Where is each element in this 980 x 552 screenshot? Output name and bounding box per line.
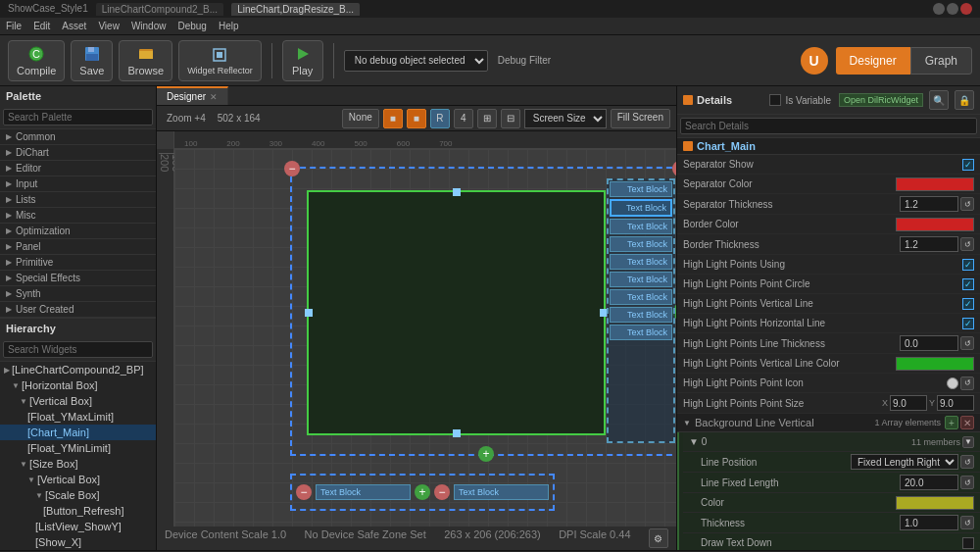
- palette-category-input[interactable]: Input: [0, 176, 156, 192]
- array-del-vertical[interactable]: ✕: [960, 416, 974, 429]
- canvas-viewport[interactable]: − − + +: [174, 149, 676, 550]
- play-button[interactable]: Play: [282, 40, 323, 81]
- props-lock-icon[interactable]: 🔒: [955, 90, 974, 110]
- hier-item-listview[interactable]: [ListView_ShowY]: [0, 519, 156, 534]
- hl-using-checkbox[interactable]: [962, 259, 974, 271]
- dpi-settings-icon[interactable]: ⚙: [649, 528, 668, 548]
- hier-item-btn-refresh[interactable]: [Button_Refresh]: [0, 503, 156, 519]
- hl-line-thickness-input[interactable]: [900, 335, 958, 351]
- icon-btn-snap[interactable]: ⊞: [477, 109, 497, 128]
- palette-category-dichart[interactable]: DiChart: [0, 145, 156, 161]
- hl-horiz-line-checkbox[interactable]: [962, 318, 974, 329]
- hl-line-thickness-reset[interactable]: ↺: [960, 336, 974, 350]
- minimize-btn[interactable]: [933, 3, 945, 15]
- anchor-left[interactable]: [305, 309, 313, 317]
- menu-view[interactable]: View: [98, 21, 120, 31]
- palette-search-input[interactable]: [3, 109, 153, 125]
- vert-color-swatch[interactable]: [896, 496, 974, 510]
- vert-thickness-reset[interactable]: ↺: [960, 516, 974, 529]
- menu-debug[interactable]: Debug: [177, 21, 206, 31]
- hier-item-float-ymax[interactable]: [Float_YMaxLimit]: [0, 409, 156, 425]
- bottom-minus-2[interactable]: −: [434, 484, 450, 500]
- compile-button[interactable]: C Compile: [8, 40, 65, 81]
- menu-file[interactable]: File: [6, 21, 22, 31]
- line-fixed-length-reset[interactable]: ↺: [960, 476, 974, 489]
- icon-btn-4[interactable]: 4: [454, 109, 473, 128]
- palette-category-editor[interactable]: Editor: [0, 161, 156, 176]
- hl-vert-line-color-swatch[interactable]: [896, 357, 974, 371]
- hier-item-float-ymin[interactable]: [Float_YMinLimit]: [0, 440, 156, 456]
- border-color-swatch[interactable]: [896, 218, 974, 231]
- none-btn[interactable]: None: [342, 109, 379, 128]
- window-tab-1[interactable]: ShowCase_Style1: [8, 3, 88, 16]
- hl-vert-line-checkbox[interactable]: [962, 298, 974, 310]
- separator-color-swatch[interactable]: [896, 177, 974, 191]
- color-btn-orange2[interactable]: ■: [407, 109, 426, 128]
- hier-item-hbox[interactable]: ▼[Horizontal Box]: [0, 377, 156, 393]
- edge-plus-b[interactable]: +: [478, 446, 494, 462]
- corner-minus-tl[interactable]: −: [284, 161, 300, 176]
- menu-edit[interactable]: Edit: [33, 21, 50, 31]
- hier-item-vbox2[interactable]: ▼[Vertical Box]: [0, 472, 156, 487]
- screen-size-select[interactable]: Screen Size: [524, 109, 607, 128]
- palette-category-special-effects[interactable]: Special Effects: [0, 271, 156, 286]
- maximize-btn[interactable]: [947, 3, 958, 15]
- is-variable-checkbox[interactable]: [769, 94, 781, 106]
- color-btn-orange[interactable]: ■: [383, 109, 403, 128]
- icon-btn-grid[interactable]: ⊟: [501, 109, 520, 128]
- menu-window[interactable]: Window: [131, 21, 167, 31]
- palette-category-misc[interactable]: Misc: [0, 208, 156, 224]
- anchor-top[interactable]: [453, 188, 461, 196]
- color-btn-blue[interactable]: R: [430, 109, 450, 128]
- menu-help[interactable]: Help: [219, 21, 239, 31]
- hl-point-icon-circle[interactable]: [947, 377, 958, 389]
- graph-button[interactable]: Graph: [910, 47, 972, 75]
- line-position-reset[interactable]: ↺: [960, 455, 974, 469]
- hl-point-circle-checkbox[interactable]: [962, 278, 974, 290]
- border-thickness-reset[interactable]: ↺: [960, 237, 974, 251]
- bottom-minus-1[interactable]: −: [296, 484, 312, 500]
- menu-asset[interactable]: Asset: [62, 21, 86, 31]
- debug-object-select[interactable]: No debug object selected: [344, 50, 488, 72]
- hier-item-root[interactable]: ▶[LineChartCompound2_BP]: [0, 362, 156, 377]
- separator-thickness-input[interactable]: [900, 196, 958, 212]
- hl-point-size-y[interactable]: [937, 395, 974, 411]
- save-button[interactable]: Save: [71, 40, 113, 81]
- bottom-plus-1[interactable]: +: [415, 484, 430, 500]
- palette-category-panel[interactable]: Panel: [0, 239, 156, 255]
- hier-item-sizebox[interactable]: ▼[Size Box]: [0, 456, 156, 472]
- hier-item-scalebox[interactable]: ▼[Scale Box]: [0, 487, 156, 503]
- window-tab-2[interactable]: LineChartCompound2_B...: [96, 3, 223, 16]
- draw-text-down-checkbox[interactable]: [962, 537, 974, 549]
- tab-close-icon[interactable]: ✕: [210, 92, 218, 102]
- canvas-tab-designer[interactable]: Designer ✕: [157, 86, 228, 105]
- widget-reflector-button[interactable]: Widget Reflector: [178, 40, 262, 81]
- hier-item-chart-main[interactable]: [Chart_Main]: [0, 425, 156, 440]
- separator-show-checkbox[interactable]: [962, 159, 974, 171]
- open-widget-btn[interactable]: Open DilRicWidget: [839, 93, 923, 107]
- line-fixed-length-input[interactable]: [900, 475, 958, 490]
- hier-item-vbox1[interactable]: ▼[Vertical Box]: [0, 393, 156, 409]
- palette-category-lists[interactable]: Lists: [0, 192, 156, 208]
- separator-thickness-reset[interactable]: ↺: [960, 197, 974, 211]
- border-thickness-input[interactable]: [900, 236, 958, 252]
- hl-point-size-x[interactable]: [890, 395, 927, 411]
- array-add-vertical[interactable]: +: [945, 416, 958, 429]
- browse-button[interactable]: Browse: [119, 40, 172, 81]
- palette-category-synth[interactable]: Synth: [0, 286, 156, 302]
- palette-category-optimization[interactable]: Optimization: [0, 224, 156, 239]
- fill-screen-btn[interactable]: Fill Screen: [611, 109, 670, 128]
- designer-button[interactable]: Designer: [836, 47, 910, 75]
- vert-thickness-input[interactable]: [900, 515, 958, 530]
- anchor-bottom[interactable]: [453, 429, 461, 437]
- corner-minus-tr[interactable]: −: [672, 161, 676, 176]
- line-position-select[interactable]: Fixed Length Right Down: [851, 454, 958, 470]
- section-bg-line-vertical[interactable]: Background Line Vertical 1 Array element…: [677, 414, 980, 432]
- window-tab-3[interactable]: LineChart,DragResize_B...: [231, 3, 360, 16]
- properties-search-input[interactable]: [680, 118, 977, 134]
- hierarchy-search-input[interactable]: [3, 341, 153, 358]
- props-search-icon[interactable]: 🔍: [929, 90, 949, 110]
- hier-item-show-x[interactable]: [Show_X]: [0, 534, 156, 550]
- palette-category-user-created[interactable]: User Created: [0, 302, 156, 318]
- hl-point-icon-reset[interactable]: ↺: [960, 376, 974, 390]
